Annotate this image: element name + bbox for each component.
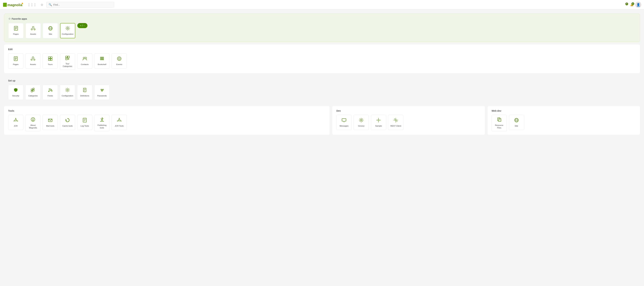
messages-icon (342, 118, 346, 124)
edit-app-pages[interactable]: Pages (8, 53, 23, 69)
dev-app-rest-client-label: REST Client (390, 125, 401, 127)
publishing-tools-icon (100, 117, 104, 123)
setup-app-passwords-label: Passwords (97, 95, 107, 97)
webdev-app-site-label: Site (515, 125, 518, 127)
tools-app-jcr-tools-label: JCR Tools (115, 125, 124, 127)
setup-app-passwords[interactable]: Passwords (94, 85, 110, 100)
svg-point-71 (120, 121, 121, 121)
edit-app-tour-categories[interactable]: Tour Categories (60, 53, 75, 70)
dev-app-messages[interactable]: Messages (336, 115, 352, 130)
svg-text:magnolia: magnolia (8, 3, 22, 7)
svg-rect-26 (68, 56, 69, 58)
setup-app-feeds[interactable]: Feeds (42, 85, 58, 100)
svg-point-31 (85, 57, 86, 59)
favorites-button[interactable]: ☆ (40, 2, 44, 8)
setup-app-categories-label: Categories (28, 95, 38, 97)
groovy-icon (359, 118, 364, 124)
site-icon (48, 26, 53, 32)
webdev-app-resource-files-label: Resource Files (493, 124, 505, 129)
tools-app-publishing-tools[interactable]: Publishing tools (94, 115, 110, 131)
setup-app-definitions[interactable]: Definitions (77, 85, 92, 100)
svg-point-41 (48, 91, 50, 92)
svg-rect-34 (100, 59, 104, 60)
svg-point-50 (102, 90, 102, 91)
dev-app-groovy[interactable]: Groovy (354, 115, 369, 130)
search-input[interactable] (53, 4, 112, 6)
logo: magnolia (3, 2, 23, 8)
edit-app-contacts[interactable]: Contacts (77, 53, 92, 69)
notifications-button[interactable]: 🔔 0 (629, 2, 634, 7)
setup-app-categories[interactable]: Categories (25, 85, 40, 100)
svg-point-18 (32, 57, 34, 58)
sample-icon (376, 118, 381, 124)
favorite-app-configuration[interactable]: Configuration (60, 23, 75, 38)
add-remove-button[interactable]: + / − (77, 23, 88, 28)
edit-app-tours[interactable]: Tours (42, 53, 58, 69)
search-bar[interactable]: 🔍 (46, 2, 114, 8)
edit-app-bookshelf[interactable]: Bookshelf (94, 53, 110, 69)
edit-app-bookshelf-label: Bookshelf (98, 63, 106, 66)
svg-point-56 (14, 121, 14, 121)
edit-events-icon (117, 56, 122, 62)
svg-rect-27 (66, 58, 67, 60)
tasks-badge: 0 (626, 3, 628, 5)
svg-rect-39 (33, 88, 34, 89)
svg-rect-0 (3, 3, 7, 7)
favorite-app-pages[interactable]: Pages (8, 23, 24, 38)
webdev-app-site[interactable]: Site (509, 115, 524, 130)
svg-rect-40 (33, 90, 34, 91)
tools-app-about-magnolia-label: About Magnolia (27, 124, 39, 129)
svg-rect-62 (33, 119, 33, 121)
svg-point-8 (31, 29, 32, 30)
user-avatar-button[interactable]: 👤 (635, 2, 641, 8)
tools-app-log-tools[interactable]: Log Tools (77, 115, 92, 130)
tools-panel: Tools JCR About Magnolia (4, 106, 330, 135)
favorite-apps-title: ☆ Favorite apps (8, 17, 636, 20)
favorite-app-site[interactable]: Site (43, 23, 58, 38)
edit-contacts-icon (82, 56, 87, 62)
tools-app-cache-tools-label: Cache tools (62, 125, 73, 127)
setup-feeds-icon (48, 88, 52, 93)
grid-menu-button[interactable]: ⋮⋮⋮ (26, 2, 38, 8)
tools-app-cache-tools[interactable]: Cache tools (60, 115, 75, 130)
webdev-app-resource-files[interactable]: Resource Files (492, 115, 507, 131)
edit-app-assets[interactable]: Assets (25, 53, 40, 69)
dev-app-rest-client[interactable]: REST Client (388, 115, 403, 130)
setup-app-feeds-label: Feeds (48, 95, 53, 97)
svg-point-78 (395, 119, 396, 121)
user-icon: 👤 (636, 3, 640, 7)
setup-app-security[interactable]: Security (8, 85, 23, 100)
svg-line-59 (14, 120, 15, 121)
main-content: ☆ Favorite apps Pages Assets (0, 10, 644, 139)
webdev-panel: Web dev Resource Files Site (488, 106, 640, 135)
svg-point-77 (378, 119, 379, 121)
rest-client-icon (393, 118, 398, 124)
edit-section: Edit Pages Assets Tours (4, 45, 640, 73)
jcr-tools-icon (117, 118, 122, 124)
tools-app-publishing-tools-label: Publishing tools (96, 124, 108, 129)
tasks-button[interactable]: ≡ 0 (625, 2, 628, 7)
resource-files-icon (497, 117, 502, 123)
tools-app-about-magnolia[interactable]: About Magnolia (25, 115, 40, 131)
setup-categories-icon (30, 88, 35, 93)
grid-icon: ⋮⋮⋮ (28, 3, 36, 7)
svg-point-53 (15, 119, 16, 121)
tools-app-jcr-tools[interactable]: JCR Tools (112, 115, 127, 130)
edit-bookshelf-icon (100, 56, 104, 62)
setup-app-configuration[interactable]: Configuration (60, 85, 75, 100)
setup-passwords-icon (100, 88, 104, 93)
svg-rect-38 (31, 91, 32, 92)
favorite-app-assets-label: Assets (30, 33, 36, 35)
svg-point-7 (32, 27, 34, 28)
tools-app-jcr[interactable]: JCR (8, 115, 23, 130)
star-icon: ☆ (40, 3, 43, 7)
favorite-app-assets[interactable]: Assets (26, 23, 41, 38)
svg-point-13 (67, 28, 68, 29)
tools-app-mail-tools[interactable]: Mail tools (42, 115, 58, 130)
dev-app-sample[interactable]: Sample (371, 115, 386, 130)
svg-line-58 (16, 120, 17, 121)
tools-app-mail-tools-label: Mail tools (46, 125, 54, 127)
svg-point-9 (34, 29, 35, 30)
edit-app-events[interactable]: Events (112, 53, 127, 69)
svg-rect-25 (66, 56, 67, 58)
